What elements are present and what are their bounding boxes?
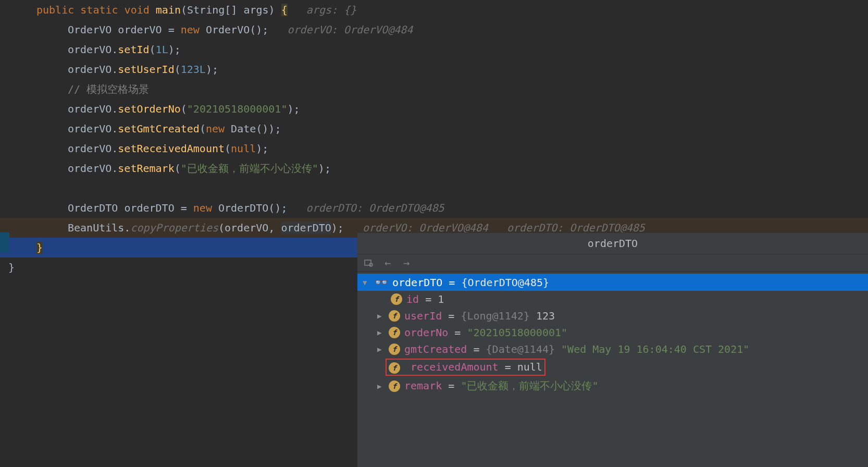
field-icon: f bbox=[389, 327, 400, 338]
tree-field[interactable]: f id = 1 bbox=[357, 291, 868, 308]
variables-tree[interactable]: ▼ 👓 orderDTO = {OrderDTO@485} f id = 1 ▶… bbox=[357, 272, 868, 397]
code-line: OrderDTO orderDTO = new OrderDTO(); orde… bbox=[0, 198, 868, 218]
expand-icon[interactable]: ▶ bbox=[377, 328, 385, 337]
field-icon: f bbox=[389, 362, 400, 374]
code-line: OrderVO orderVO = new OrderVO(); orderVO… bbox=[0, 20, 868, 40]
watch-icon: 👓 bbox=[374, 276, 388, 289]
debug-panel-title: orderDTO bbox=[357, 233, 868, 254]
code-line: orderVO.setUserId(123L); bbox=[0, 59, 868, 79]
new-watch-icon[interactable] bbox=[364, 257, 374, 268]
debug-toolbar: ← → bbox=[357, 254, 868, 272]
tree-field[interactable]: ▶ f userId = {Long@1142} 123 bbox=[357, 308, 868, 324]
expand-icon[interactable]: ▶ bbox=[377, 312, 385, 320]
back-icon[interactable]: ← bbox=[382, 257, 393, 268]
field-icon: f bbox=[391, 293, 402, 305]
debug-variables-panel: orderDTO ← → ▼ 👓 orderDTO = {OrderDTO@48… bbox=[357, 232, 868, 467]
highlight-box: f receivedAmount = null bbox=[386, 359, 545, 376]
code-line: orderVO.setReceivedAmount(null); bbox=[0, 139, 868, 158]
execution-gutter-icon bbox=[0, 232, 9, 252]
expand-icon[interactable]: ▶ bbox=[377, 382, 385, 390]
tree-field[interactable]: ▶ f gmtCreated = {Date@1144} "Wed May 19… bbox=[357, 341, 868, 358]
collapse-icon[interactable]: ▼ bbox=[363, 278, 370, 287]
svg-rect-0 bbox=[365, 260, 371, 265]
code-line: orderVO.setGmtCreated(new Date()); bbox=[0, 119, 868, 139]
code-line: public static void main(String[] args) {… bbox=[0, 0, 868, 20]
code-line: orderVO.setOrderNo("20210518000001"); bbox=[0, 99, 868, 119]
field-icon: f bbox=[389, 343, 400, 355]
tree-field-highlighted[interactable]: f receivedAmount = null bbox=[357, 358, 868, 377]
code-line: // 模拟空格场景 bbox=[0, 79, 868, 99]
field-icon: f bbox=[389, 380, 400, 392]
field-icon: f bbox=[389, 310, 400, 322]
tree-root[interactable]: ▼ 👓 orderDTO = {OrderDTO@485} bbox=[357, 274, 868, 291]
code-line bbox=[0, 178, 868, 198]
tree-field[interactable]: ▶ f remark = "已收金额，前端不小心没传" bbox=[357, 377, 868, 395]
expand-icon[interactable]: ▶ bbox=[377, 345, 385, 353]
code-line: orderVO.setRemark("已收金额，前端不小心没传"); bbox=[0, 158, 868, 178]
forward-icon[interactable]: → bbox=[401, 257, 412, 268]
tree-field[interactable]: ▶ f orderNo = "20210518000001" bbox=[357, 324, 868, 341]
code-line: orderVO.setId(1L); bbox=[0, 40, 868, 59]
